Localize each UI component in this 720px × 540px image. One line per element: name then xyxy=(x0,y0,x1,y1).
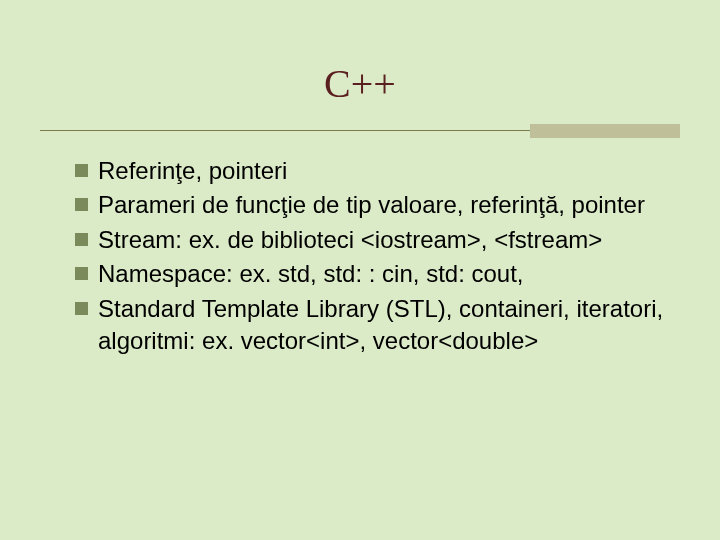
list-item: Stream: ex. de biblioteci <iostream>, <f… xyxy=(75,224,670,256)
divider-thin xyxy=(40,130,530,131)
list-item: Namespace: ex. std, std: : cin, std: cou… xyxy=(75,258,670,290)
list-item-text: Stream: ex. de biblioteci <iostream>, <f… xyxy=(98,224,602,256)
bullet-icon xyxy=(75,164,88,177)
slide-title: C++ xyxy=(0,60,720,107)
bullet-icon xyxy=(75,267,88,280)
bullet-icon xyxy=(75,302,88,315)
list-item: Parameri de funcţie de tip valoare, refe… xyxy=(75,189,670,221)
list-item-text: Namespace: ex. std, std: : cin, std: cou… xyxy=(98,258,524,290)
list-item: Referinţe, pointeri xyxy=(75,155,670,187)
content-list: Referinţe, pointeri Parameri de funcţie … xyxy=(75,155,670,359)
list-item-text: Referinţe, pointeri xyxy=(98,155,287,187)
slide: C++ Referinţe, pointeri Parameri de func… xyxy=(0,0,720,540)
list-item-text: Parameri de funcţie de tip valoare, refe… xyxy=(98,189,645,221)
divider-thick xyxy=(530,124,680,138)
list-item-text: Standard Template Library (STL), contain… xyxy=(98,293,670,358)
list-item: Standard Template Library (STL), contain… xyxy=(75,293,670,358)
bullet-icon xyxy=(75,233,88,246)
bullet-icon xyxy=(75,198,88,211)
